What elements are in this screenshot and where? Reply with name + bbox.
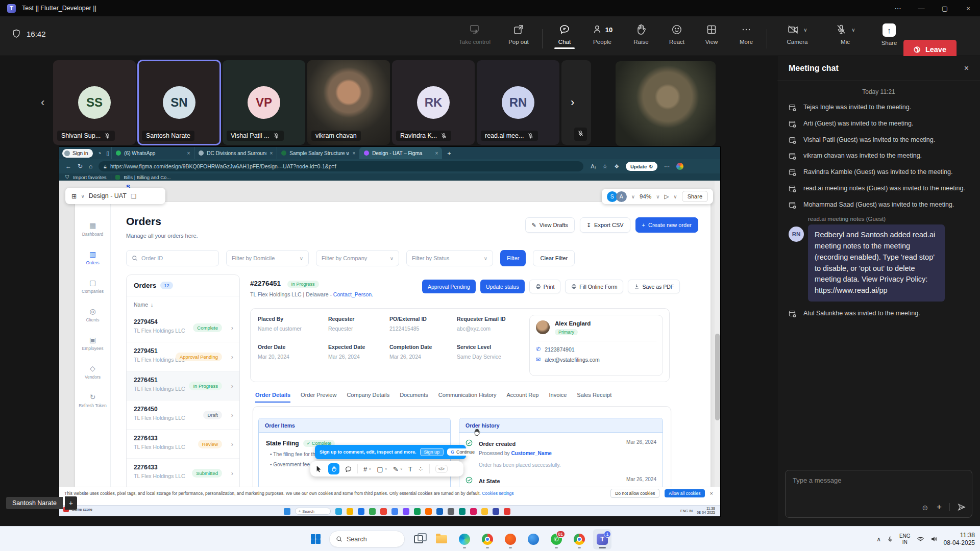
participant-tile[interactable]: RK Ravindra K... (392, 60, 475, 145)
tray-expand-icon[interactable]: ∧ (876, 536, 881, 543)
detail-tab[interactable]: Documents (400, 392, 428, 403)
mini-app-icon[interactable] (335, 508, 342, 515)
import-favorites-link[interactable]: Import favorites (73, 174, 106, 180)
sidebar-item[interactable]: ◇ Vendors (85, 364, 101, 380)
sidebar-item[interactable]: ▥ Orders (86, 250, 100, 265)
browser-tab[interactable]: (6) WhatsApp × (111, 147, 194, 159)
mini-app-icon[interactable] (414, 508, 421, 515)
window-menu-button[interactable]: ⋯ (886, 0, 910, 16)
page-scrollbar[interactable] (715, 181, 720, 505)
dev-mode-icon[interactable]: </> (435, 465, 448, 473)
emoji-icon[interactable]: ☺ (921, 503, 929, 512)
mini-app-icon[interactable] (358, 508, 364, 515)
tab-close-icon[interactable]: × (352, 151, 355, 156)
attach-plus-icon[interactable]: + (937, 502, 942, 512)
close-button[interactable]: × (957, 0, 980, 16)
figma-pages-icon[interactable]: ❏ (131, 192, 136, 200)
browser-tab[interactable]: DC Divisions and Surroundings × (194, 147, 277, 159)
bills-bookmark[interactable]: Bills | Billing and Co... (124, 174, 171, 180)
mini-app-icon[interactable] (425, 508, 432, 515)
browser-more-icon[interactable]: ⋯ (664, 163, 670, 170)
approval-pending-button[interactable]: Approval Pending (422, 280, 476, 293)
mini-app-icon[interactable] (347, 508, 353, 515)
mini-app-icon[interactable] (436, 508, 443, 515)
text-tool-icon[interactable]: T (408, 465, 412, 473)
save-as-pdf-button[interactable]: Save as PDF (628, 280, 680, 293)
order-row[interactable]: 2276433 TL Flex Holdings LLC Review › (127, 430, 239, 459)
pen-tool-icon[interactable]: ✎ (393, 465, 399, 473)
order-id-input[interactable]: Order ID (126, 250, 219, 266)
customer-name-link[interactable]: Customer_Name (511, 450, 551, 456)
mic-button[interactable]: ∨ Mic (825, 23, 866, 45)
sidebar-item[interactable]: ◎ Clients (86, 307, 100, 322)
mini-app-icon[interactable] (470, 508, 477, 515)
whatsapp-button[interactable]: ✆ 81 (547, 529, 566, 549)
mini-app-icon[interactable] (448, 508, 454, 515)
vscode-button[interactable] (524, 529, 543, 549)
comment-tool-icon[interactable] (345, 466, 352, 472)
deny-cookies-button[interactable]: Do not allow cookies (610, 489, 659, 498)
browser-tab[interactable]: Sample Salary Structure with calc × (277, 147, 359, 159)
task-view-button[interactable] (409, 529, 428, 549)
tray-mic-icon[interactable] (887, 536, 893, 543)
company-filter-select[interactable]: Filter by Company∨ (316, 250, 399, 266)
participant-tile[interactable]: vikram chavan (307, 60, 390, 145)
raise-hand-button[interactable]: Raise (622, 23, 660, 45)
detail-tab[interactable]: Account Rep (507, 392, 539, 403)
mini-app-icon[interactable] (504, 508, 510, 515)
wifi-icon[interactable] (917, 536, 924, 542)
figma-file-pill[interactable]: ⊞ ∨ Design - UAT ❏ (65, 188, 165, 204)
address-bar[interactable]: 🔒︎ https://www.figma.com/design/9BKQ0FOH… (99, 161, 583, 171)
minimize-button[interactable]: — (910, 0, 933, 16)
camera-button[interactable]: ∨ Camera (774, 23, 821, 45)
tiles-prev-icon[interactable]: ‹ (41, 96, 44, 109)
status-filter-select[interactable]: Filter by Status∨ (406, 250, 493, 266)
figma-menu-icon[interactable]: ⊞ (71, 192, 77, 200)
start-button[interactable] (306, 529, 325, 549)
tab-close-icon[interactable]: × (187, 151, 190, 156)
figma-signup-button[interactable]: Sign up (420, 448, 444, 456)
tiles-next-icon[interactable]: › (571, 96, 574, 109)
detail-tab[interactable]: Sales Receipt (577, 392, 611, 403)
mini-app-icon[interactable] (391, 508, 398, 515)
contact-person-link[interactable]: Contact_Person. (333, 291, 373, 297)
order-row[interactable]: 2276450 TL Flex Holdings LLC Draft › (127, 400, 239, 430)
chrome-button[interactable] (478, 529, 497, 549)
sidebar-item[interactable]: ▣ Employees (82, 336, 103, 351)
collaborators-chevron-icon[interactable]: ∨ (631, 194, 635, 199)
mini-start-icon[interactable] (284, 508, 290, 515)
sidebar-item[interactable]: ▢ Companies (82, 279, 104, 294)
copilot-icon[interactable]: ◔ (98, 150, 102, 156)
mini-app-icon[interactable] (380, 508, 387, 515)
brave-button[interactable] (501, 529, 520, 549)
tab-actions-icon[interactable]: ▯ (106, 150, 109, 157)
zoom-chevron-icon[interactable]: ∨ (656, 194, 659, 199)
component-tool-icon[interactable]: ⁘ (418, 465, 424, 473)
frame-tool-icon[interactable]: # (363, 465, 367, 473)
react-button[interactable]: React (657, 23, 696, 45)
fill-online-form-button[interactable]: Fill Online Form (565, 280, 623, 293)
contact-email-row[interactable]: ✉alex@vstatefilings.com (536, 356, 656, 363)
order-row[interactable]: 2279454 TL Flex Holdings LLC Complete › (127, 313, 239, 342)
tab-close-icon[interactable]: × (270, 151, 273, 156)
mini-app-icon[interactable] (493, 508, 499, 515)
extensions-icon[interactable]: ❖ (614, 163, 619, 170)
file-explorer-button[interactable] (432, 529, 451, 549)
browser-profile-avatar[interactable] (676, 163, 683, 170)
figma-share-button[interactable]: Share (682, 191, 708, 202)
participant-tile[interactable]: RN read.ai mee... (477, 60, 559, 145)
shape-tool-icon[interactable]: ▢ (377, 465, 383, 473)
taskbar-clock[interactable]: 11:3808-04-2025 (944, 532, 975, 547)
mini-app-icon[interactable] (459, 508, 465, 515)
view-drafts-button[interactable]: ✎View Drafts (525, 217, 575, 233)
home-icon[interactable]: ⌂ (89, 163, 92, 170)
new-tab-icon[interactable]: + (447, 149, 451, 157)
cookie-close-icon[interactable]: × (710, 490, 713, 496)
refresh-icon[interactable]: ↻ (78, 163, 83, 170)
camera-chevron-icon[interactable]: ∨ (803, 27, 807, 33)
browser-update-button[interactable]: Update ↻ (626, 162, 657, 171)
spotlight-tile[interactable] (616, 61, 716, 146)
presenter-label-expand-icon[interactable]: + (65, 496, 77, 510)
maximize-button[interactable]: ▢ (933, 0, 957, 16)
chat-close-icon[interactable]: × (964, 64, 969, 73)
